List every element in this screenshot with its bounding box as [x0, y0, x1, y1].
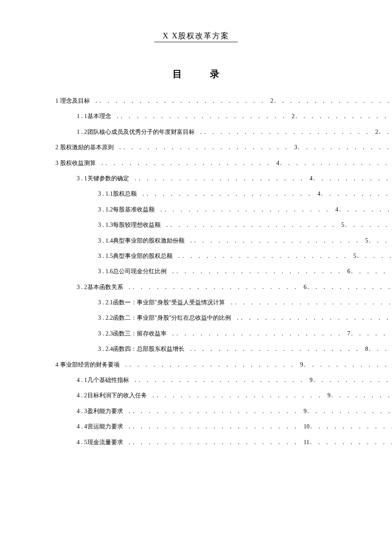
toc-dots: .. . . . . . . . . . . . . . . . . . . .…	[186, 346, 364, 352]
toc-entry-page: 10	[303, 423, 311, 430]
header-text: X X股权改革方案	[154, 31, 238, 42]
toc-entry-label: 3 . 1.5典型事业部的股权总额	[98, 253, 174, 259]
toc-dots-trail: . . . . . . . . . . . . . . . . . . . . …	[310, 439, 392, 445]
toc-entry: 3 . 2.2函数二：事业部"身股"分红在总收益中的比例 .. . . . . …	[55, 310, 392, 326]
toc-dots-trail: . . . . . . . . . . . . . . . . . . . . …	[351, 330, 392, 337]
toc-entry: 4 . 2目标利润下的收入任务 .. . . . . . . . . . . .…	[55, 388, 392, 403]
toc-dots-trail: . . . . . . . . . . . . . . . . . . . . …	[311, 423, 392, 430]
toc-dots: .. . . . . . . . . . . . . . . . . . . .…	[125, 439, 303, 445]
toc-entry-label: 4 . 5现金流量要求	[77, 439, 125, 445]
page-header: X X股权改革方案	[0, 0, 392, 42]
toc-entry-page: 6	[303, 284, 308, 290]
toc-dots: .. . . . . . . . . . . . . . . . . . . .…	[196, 129, 375, 135]
toc-title: 目 录	[0, 68, 392, 81]
toc-entry-label: 3 . 1.2每股基准收益额	[98, 206, 156, 213]
toc-entry-label: 3 . 1.4典型事业部的股权激励份额	[98, 237, 186, 244]
toc-entry: 3 . 2.4函数四：总部股东权益增长 .. . . . . . . . . .…	[55, 341, 392, 357]
toc-dots: .. . . . . . . . . . . . . . . . . . . .…	[174, 253, 352, 259]
toc-entry-label: 3 . 1关键参数的确定	[77, 175, 131, 182]
toc-entry-page: 4	[334, 206, 339, 213]
toc-dots-trail: . . . . . . . . . . . . . . . . . . . . …	[331, 392, 392, 399]
toc-entry-label: 3 . 1.3每股较理想收益额	[98, 222, 162, 228]
toc-dots: .. . . . . . . . . . . . . . . . . . . .…	[162, 222, 340, 228]
toc-dots: .. . . . . . . . . . . . . . . . . . . .…	[98, 160, 276, 166]
toc-entry: 3 . 1.2每股基准收益额 .. . . . . . . . . . . . …	[55, 202, 392, 217]
toc-entry: 1 理念及目标 .. . . . . . . . . . . . . . . .…	[55, 93, 392, 109]
toc-entry-page: 4	[309, 175, 314, 182]
toc-entry: 1 . 1基本理念 .. . . . . . . . . . . . . . .…	[55, 109, 392, 124]
toc-dots: .. . . . . . . . . . . . . . . . . . . .…	[156, 206, 334, 213]
toc-entry: 2 股权激励的基本原则 .. . . . . . . . . . . . . .…	[55, 140, 392, 155]
toc-entry-label: 3 . 1.6总公司现金分红比例	[98, 268, 168, 275]
toc-entry-label: 1 理念及目标	[55, 98, 92, 104]
toc-entry-page: 2	[375, 129, 379, 135]
toc-dots: .. . . . . . . . . . . . . . . . . . . .…	[125, 423, 303, 430]
toc-entry-page: 4	[276, 160, 280, 166]
toc-entry-label: 4 . 4营运能力要求	[77, 423, 125, 430]
toc-entry-label: 3 . 2.2函数二：事业部"身股"分红在总收益中的比例	[98, 315, 233, 321]
toc-entry-label: 4 事业部经营的财务要项	[55, 361, 121, 368]
toc-entry: 3 . 1.5典型事业部的股权总额 .. . . . . . . . . . .…	[55, 249, 392, 264]
toc-dots-trail: . . . . . . . . . . . . . . . . . . . . …	[304, 361, 392, 368]
toc-dots: .. . . . . . . . . . . . . . . . . . . .…	[125, 284, 303, 290]
toc-dots-trail: . . . . . . . . . . . . . . . . . . . . …	[351, 268, 392, 275]
toc-entry-page: 7	[346, 330, 351, 337]
toc-dots: .. . . . . . . . . . . . . . . . . . . .…	[138, 191, 317, 197]
toc-entry-page: 2	[270, 98, 274, 104]
toc-entry-page: 3	[294, 144, 298, 150]
toc-dots-trail: . . . . . . . . . . . . . . . . . . . . …	[296, 113, 392, 119]
toc-dots-trail: . . . . . . . . . . . . . . . . . . . . …	[345, 222, 392, 228]
toc-entry-page: 6	[346, 268, 351, 275]
toc-dots-trail: . . . . . . . . . . . . . . . . . . . . …	[357, 253, 392, 259]
toc-dots-trail: . . . . . . . . . . . . . . . . . . . . …	[308, 408, 392, 414]
toc-entry: 3 . 2.1函数一：事业部"身股"受益人受益情况计算 .. . . . . .…	[55, 295, 392, 310]
toc-entry: 3 . 1关键参数的确定 .. . . . . . . . . . . . . …	[55, 171, 392, 186]
toc-entry: 4 . 3盈利能力要求 .. . . . . . . . . . . . . .…	[55, 404, 392, 419]
toc-entry-page: 5	[340, 222, 345, 228]
toc-entry-label: 3 . 2.4函数四：总部股东权益增长	[98, 346, 186, 352]
toc-entry-page: 5	[364, 237, 369, 244]
toc-entry-label: 1 . 1基本理念	[77, 113, 113, 119]
toc-entry-label: 4 . 2目标利润下的收入任务	[77, 392, 149, 399]
toc-entry: 3 . 1.3每股较理想收益额 .. . . . . . . . . . . .…	[55, 217, 392, 233]
toc-entry-page: 8	[364, 346, 369, 352]
toc-dots-trail: . . . . . . . . . . . . . . . . . . . . …	[314, 377, 392, 383]
toc-entry-page: 11	[303, 439, 310, 445]
toc-dots-trail: . . . . . . . . . . . . . . . . . . . . …	[339, 206, 392, 213]
toc-dots: .. . . . . . . . . . . . . . . . . . . .…	[131, 175, 309, 182]
toc-dots-trail: . . . . . . . . . . . . . . . . . . . . …	[298, 144, 392, 150]
toc-dots: .. . . . . . . . . . . . . . . . . . . .…	[233, 315, 392, 321]
toc-entry-page: 9	[300, 361, 304, 368]
toc-dots: .. . . . . . . . . . . . . . . . . . . .…	[168, 268, 346, 275]
toc-entry: 3 . 1.4典型事业部的股权激励份额 .. . . . . . . . . .…	[55, 233, 392, 249]
toc-dots: .. . . . . . . . . . . . . . . . . . . .…	[149, 392, 327, 399]
toc-dots-trail: . . . . . . . . . . . . . . . . . . . . …	[379, 129, 392, 135]
toc-dots: .. . . . . . . . . . . . . . . . . . . .…	[92, 98, 270, 104]
toc-entry: 3 . 1.1股权总额 .. . . . . . . . . . . . . .…	[55, 186, 392, 202]
toc-dots: .. . . . . . . . . . . . . . . . . . . .…	[115, 144, 294, 150]
toc-dots: .. . . . . . . . . . . . . . . . . . . .…	[113, 113, 291, 119]
toc-entry-label: 3 . 2基本函数关系	[77, 284, 125, 290]
toc-entry: 3 . 1.6总公司现金分红比例 .. . . . . . . . . . . …	[55, 264, 392, 279]
toc-dots: .. . . . . . . . . . . . . . . . . . . .…	[125, 408, 303, 414]
toc-entry-label: 1 . 2团队核心成员及优秀分子的年度财富目标	[77, 129, 196, 135]
toc-entry: 3 . 2.3函数三：留存收益率 .. . . . . . . . . . . …	[55, 326, 392, 341]
toc-container: 1 理念及目标 .. . . . . . . . . . . . . . . .…	[0, 93, 392, 450]
toc-entry: 4 事业部经营的财务要项 .. . . . . . . . . . . . . …	[55, 357, 392, 373]
toc-entry-label: 4 . 3盈利能力要求	[77, 408, 125, 414]
toc-entry: 3 股权收益测算 .. . . . . . . . . . . . . . . …	[55, 156, 392, 171]
toc-entry-page: 5	[352, 253, 357, 259]
toc-dots-trail: . . . . . . . . . . . . . . . . . . . . …	[321, 191, 392, 197]
toc-dots: .. . . . . . . . . . . . . . . . . . . .…	[131, 377, 309, 383]
toc-dots-trail: . . . . . . . . . . . . . . . . . . . . …	[280, 160, 392, 166]
toc-dots-trail: . . . . . . . . . . . . . . . . . . . . …	[369, 237, 392, 244]
toc-entry: 4 . 5现金流量要求 .. . . . . . . . . . . . . .…	[55, 435, 392, 450]
toc-entry-label: 3 股权收益测算	[55, 160, 98, 166]
toc-entry: 3 . 2基本函数关系 .. . . . . . . . . . . . . .…	[55, 280, 392, 295]
toc-entry-label: 3 . 2.3函数三：留存收益率	[98, 330, 168, 337]
toc-entry-page: 9	[303, 408, 308, 414]
toc-entry-label: 3 . 2.1函数一：事业部"身股"受益人受益情况计算	[98, 299, 227, 306]
toc-dots-trail: . . . . . . . . . . . . . . . . . . . . …	[308, 284, 392, 290]
toc-entry-label: 4 . 1几个基础性指标	[77, 377, 131, 383]
toc-dots-trail: . . . . . . . . . . . . . . . . . . . . …	[314, 175, 392, 182]
